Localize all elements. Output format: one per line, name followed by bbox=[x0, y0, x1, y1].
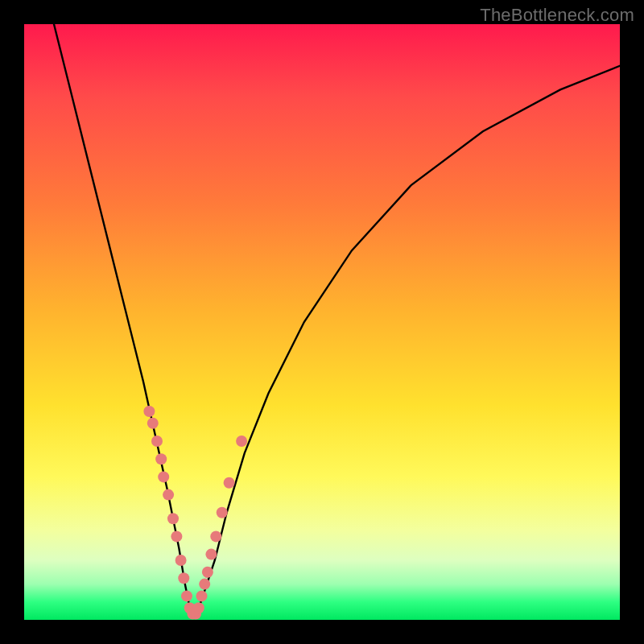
watermark-text: TheBottleneck.com bbox=[480, 5, 634, 26]
curve-layer bbox=[24, 24, 620, 620]
sample-dot bbox=[199, 579, 210, 590]
sample-dot bbox=[167, 513, 179, 524]
sample-dot bbox=[224, 477, 235, 489]
sample-dot bbox=[205, 549, 217, 560]
outer-frame: TheBottleneck.com bbox=[0, 0, 644, 644]
sample-dot bbox=[175, 555, 187, 566]
sample-dot bbox=[178, 572, 189, 584]
sample-dots bbox=[143, 406, 247, 620]
sample-dot bbox=[163, 489, 174, 501]
sample-dot bbox=[217, 507, 228, 518]
sample-dot bbox=[155, 453, 167, 464]
sample-dot bbox=[196, 590, 208, 601]
sample-dot bbox=[158, 471, 169, 482]
sample-dot bbox=[147, 418, 159, 429]
sample-dot bbox=[143, 406, 155, 417]
plot-area bbox=[24, 24, 620, 620]
sample-dot bbox=[181, 590, 192, 601]
sample-dot bbox=[236, 436, 247, 447]
sample-dot bbox=[202, 567, 213, 578]
bottleneck-curve bbox=[54, 24, 620, 614]
sample-dot bbox=[193, 602, 204, 613]
sample-dot bbox=[171, 530, 182, 542]
sample-dot bbox=[151, 436, 163, 447]
sample-dot bbox=[210, 530, 221, 542]
